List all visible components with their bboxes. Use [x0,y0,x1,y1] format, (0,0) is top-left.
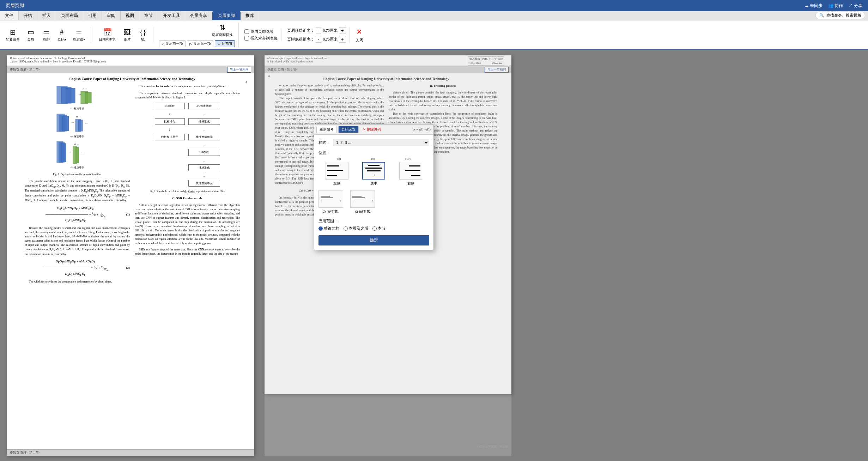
pagenum-icon: # [60,28,63,36]
tab-ref[interactable]: 引用 [83,11,102,20]
ribbon-btn-suite[interactable]: ⊞ 配套组合 [4,27,22,43]
position-left-label: 左侧 [333,181,340,186]
style-label: 样式： [318,140,330,145]
point-conv-diagram: → M → ... ← N → (c) 逐点卷积 [25,140,130,170]
tab-review[interactable]: 审阅 [102,11,121,20]
share-btn[interactable]: ↗ 分享 [849,3,862,9]
svg-rect-21 [76,147,79,163]
next-item-btn[interactable]: ▷ 显示后一项 [187,40,213,47]
apply-section[interactable]: 本节 [372,226,386,231]
flow-box-relu-r2: 线性整流单元 [188,180,220,187]
ribbon-tabs-row: 文件 开始 插入 页面布局 引用 审阅 视图 章节 开发工具 会员专享 页眉页脚… [0,11,868,20]
renumber-btn[interactable]: 重新编号 [316,126,337,133]
flow-arrow-r2: ↓ [203,126,205,132]
ribbon-group-3: ⇅ 页眉页脚切换 ◁ 显示前一项 ▷ 显示后一项 ↔ 同前节 [156,23,239,47]
ribbon-bar: ⊞ 配套组合 ▭ 页眉 ▭ 页脚 # 页码▾ ═ 页眉线▾ 📅 [0,20,868,50]
style-select[interactable]: 1, 2, 3 ... [333,139,429,146]
depth-conv-diagram: → M → ... (b) 深度卷积 [25,112,130,139]
title-bar-right: ☁ 未同步 👥 协作 ↗ 分享 [805,3,862,9]
insert-align-btn[interactable]: 插入对齐制表位 [244,36,278,41]
std-conv-diagram: → N → (a) 标准卷积 [25,84,130,111]
flow-arrow-r4: ↓ [203,157,205,163]
flow-box-relu-r1: 线性整流单元 [188,134,220,140]
ribbon-btn-footer[interactable]: ▭ 页脚 [40,27,53,43]
insert-align-checkbox[interactable] [244,36,249,41]
header-options-checkbox[interactable] [244,29,249,34]
apply-whole-doc[interactable]: 整篇文档 [318,226,339,231]
close-btn[interactable]: ✕ 关闭 [356,28,363,43]
datetime-label: 日期和时间 [99,37,116,42]
same-section-btn[interactable]: ↔ 同前节 [215,40,235,47]
tab-dev[interactable]: 开发工具 [158,11,185,20]
close-label: 关闭 [356,37,363,43]
pagenum-settings-btn[interactable]: 页码设置 [338,126,359,133]
tab-layout[interactable]: 页面布局 [56,11,83,20]
confirm-btn[interactable]: 确定 [318,235,429,245]
position-right-option[interactable]: 右侧 [399,162,422,186]
print-type-1[interactable]: 12 双面打印1 [318,190,343,214]
tab-start[interactable]: 开始 [19,11,37,20]
page3-number: 3 [245,80,247,84]
same-as-prev-btn-4[interactable]: 与上一节相同 [485,67,509,73]
position-label: 位置： [318,150,429,156]
header-margin-minus[interactable]: - [316,27,321,34]
print-1-preview: 12 [318,190,343,208]
top-table-area: 输入/输出 FSD / ? 1×1×1000 1034×1000 Classif… [468,56,504,66]
position-right-preview [399,162,422,180]
b-section-title: B. Training process [389,84,497,89]
search-bar[interactable]: 🔍 查找命令、搜索模板 [815,12,865,19]
ribbon-btn-datetime[interactable]: 📅 日期和时间 [97,27,119,43]
print-type-2[interactable]: 12 双面打印2 [350,190,375,214]
tab-recommend[interactable]: 推荐 [241,11,259,20]
apply-radio-group: 整篇文档 本页及之后 本节 [318,226,429,231]
switch-label: 页眉页脚切换 [212,32,233,37]
footer-margin-label: 页脚底端距离： [287,37,314,42]
header-margin-plus[interactable]: + [339,27,346,34]
switch-icon: ⇅ [219,23,225,32]
page4-header-label: 偶数页 页眉 - 第 2 节- [267,67,297,72]
title-bar: 页眉页脚 ☁ 未同步 👥 协作 ↗ 分享 [0,0,868,11]
ribbon-btn-headerline[interactable]: ═ 页眉线▾ [71,28,87,43]
page3-header-label: 奇数页 页眉 - 第 1 节- [10,67,40,72]
prev-item-btn[interactable]: ◁ 显示前一项 [159,40,186,47]
position-center-label: 居中 [370,181,377,186]
headerline-label: 页眉线▾ [73,37,85,42]
flowchart-area: 3×3卷积 ↓ 批标准化 ↓ 线性整流单元 3×3深度卷积 ↓ 批标准化 [135,103,240,187]
search-icon: 🔍 [819,13,824,18]
position-left-option[interactable]: 左侧 [326,162,348,186]
same-as-prev-btn-3[interactable]: 与上一节相同 [227,67,251,73]
print-type-row: 12 双面打印1 12 双面打印2 [318,190,429,214]
same-icon: ↔ [217,42,221,46]
section-c-header: C. SSD Fundamentals [135,196,240,201]
footer-margin-plus[interactable]: + [339,36,346,43]
ribbon-btn-field[interactable]: {} 域 [136,28,150,43]
apply-from-here[interactable]: 本页及之后 [344,226,368,231]
tab-view[interactable]: 视图 [121,11,139,20]
ssds-text: SSDs use feature maps of the same size. … [135,248,240,256]
ribbon-btn-image[interactable]: 🖼 图片 [121,28,134,43]
tab-chapter[interactable]: 章节 [139,11,158,20]
tab-file[interactable]: 文件 [0,11,19,20]
ribbon-btn-header[interactable]: ▭ 页眉 [24,27,37,43]
radio-whole-selected [318,226,323,231]
footer-margin-minus[interactable]: - [316,36,321,43]
sync-btn[interactable]: ☁ 未同步 [805,3,823,9]
page-num-settings-dialog[interactable]: 重新编号 页码设置 ✕ 删除页码 cx = (d'₁ - d'ᵢ)² 样式： 1… [314,124,434,250]
header-icon: ▭ [28,28,34,36]
title-bar-left: 页眉页脚 [6,2,24,9]
position-center-option[interactable]: 1 2 居中 [362,162,385,186]
flow-box-relu1: 线性整流单元 [155,134,185,140]
tab-header-footer[interactable]: 页眉页脚 [212,11,241,20]
flow-box-3x3depth: 3×3深度卷积 [188,103,220,109]
delete-pagenum-btn[interactable]: ✕ 删除页码 [360,126,384,133]
tab-insert[interactable]: 插入 [37,11,56,20]
num-9: (9) [371,157,375,160]
tab-vip[interactable]: 会员专享 [185,11,212,20]
page3-left-col: → N → (a) 标准卷积 [25,84,130,284]
switch-nav-btn[interactable]: ⇅ 页眉页脚切换 [210,23,235,38]
header-footer-options-btn[interactable]: 页眉页脚选项 [244,29,278,34]
ribbon-btn-pagenum[interactable]: # 页码▾ [55,28,68,43]
collab-btn[interactable]: 👥 协作 [828,3,843,9]
page4-title: English Course Paper of Nanjing Universi… [275,77,497,81]
res-factor-text: The resolution factor reduces the comput… [135,84,240,89]
